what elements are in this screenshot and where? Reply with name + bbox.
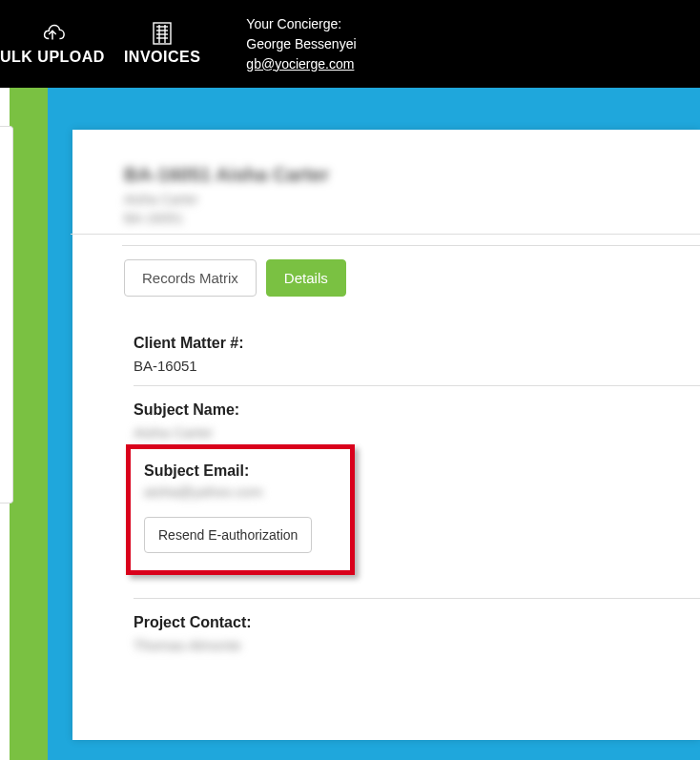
details-section: Client Matter #: BA-16051 Subject Name: … xyxy=(124,335,700,653)
left-panel-sliver xyxy=(0,126,13,503)
concierge-email-link[interactable]: gb@yocierge.com xyxy=(246,56,354,72)
nav-invoices-label: INVOICES xyxy=(124,49,200,66)
tab-details[interactable]: Details xyxy=(266,259,346,297)
page-subtitle-name: Aisha Carter xyxy=(124,192,700,207)
nav-bulk-upload-label: ULK UPLOAD xyxy=(0,49,105,66)
subject-email-value: aisha@yahoo.com xyxy=(144,483,337,500)
top-navbar: ULK UPLOAD INVOICES Your Concierge: Geor… xyxy=(0,0,700,88)
project-contact-label: Project Contact: xyxy=(134,614,700,631)
resend-e-authorization-button[interactable]: Resend E-authorization xyxy=(144,517,312,553)
concierge-label: Your Concierge: xyxy=(246,14,356,34)
concierge-block: Your Concierge: George Bessenyei gb@yoci… xyxy=(246,14,356,74)
green-sidebar-strip xyxy=(10,88,48,760)
field-subject-name: Subject Name: Aisha Carter xyxy=(134,401,700,441)
subject-name-label: Subject Name: xyxy=(134,401,700,419)
concierge-name: George Bessenyei xyxy=(246,34,356,54)
cloud-upload-icon xyxy=(39,22,66,45)
field-project-contact: Project Contact: Thomas Almonte xyxy=(134,598,700,653)
client-matter-value: BA-16051 xyxy=(134,358,700,374)
field-client-matter: Client Matter #: BA-16051 xyxy=(134,335,700,386)
invoice-icon xyxy=(149,22,175,45)
tab-row: Records Matrix Details xyxy=(124,259,700,297)
subject-name-value: Aisha Carter xyxy=(134,424,700,441)
tab-records-matrix[interactable]: Records Matrix xyxy=(124,259,257,297)
nav-invoices[interactable]: INVOICES xyxy=(124,22,200,66)
subject-email-highlight: Subject Email: aisha@yahoo.com Resend E-… xyxy=(126,444,355,575)
svg-rect-0 xyxy=(154,23,171,44)
subject-email-label: Subject Email: xyxy=(144,462,337,480)
page-subtitle-id: BA-16051 xyxy=(124,211,700,226)
nav-bulk-upload[interactable]: ULK UPLOAD xyxy=(0,22,105,66)
client-matter-label: Client Matter #: xyxy=(134,335,700,352)
project-contact-value: Thomas Almonte xyxy=(134,637,700,653)
page-title: BA-16051 Aisha Carter xyxy=(124,164,700,186)
main-card: BA-16051 Aisha Carter Aisha Carter BA-16… xyxy=(72,130,700,740)
